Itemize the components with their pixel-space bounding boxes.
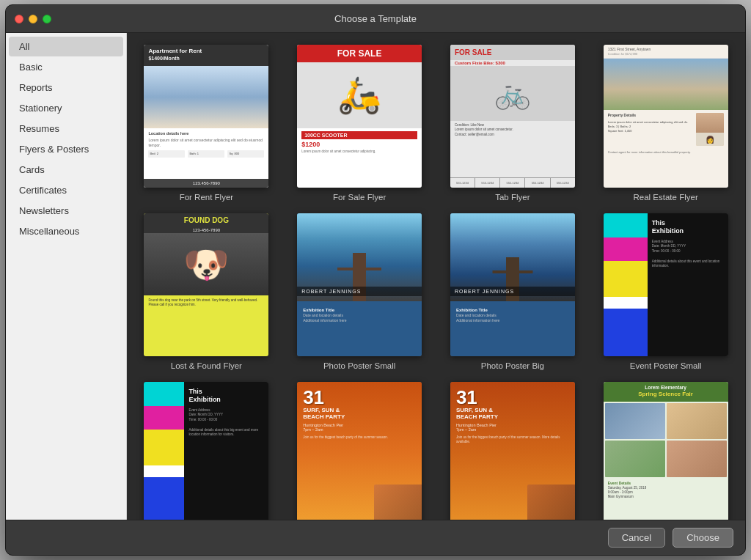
template-thumb-party-big: 31 SURF, SUN &BEACH PARTY Huntington Bea… — [450, 382, 575, 520]
template-label-event-small: Event Poster Small — [630, 361, 702, 370]
thumb-inner-school: Lorem Elementary Spring Science Fair — [604, 382, 728, 520]
template-event-poster-small[interactable]: ThisExhibition Event Address Date: Month… — [593, 213, 738, 370]
template-thumb-photo-big: ROBERT JENNINGS Exhibition Title Date an… — [450, 213, 575, 356]
template-event-poster-big[interactable]: ThisExhibition Event Address Date: Month… — [134, 382, 279, 520]
thumb-inner-tab: FOR SALE Custom Fixie Bike: $300 🚲 Condi… — [450, 45, 575, 188]
sidebar-item-miscellaneous[interactable]: Miscellaneous — [9, 221, 123, 241]
choose-button[interactable]: Choose — [673, 528, 733, 548]
template-label-photo-big: Photo Poster Big — [481, 361, 544, 370]
template-thumb-real-estate: 1321 First Street, Anytown Condition for… — [604, 45, 728, 188]
sidebar-item-resumes[interactable]: Resumes — [9, 119, 123, 139]
templates-grid: Apartment for Rent$1400/Month Location d… — [134, 45, 738, 520]
template-thumb-for-rent: Apartment for Rent$1400/Month Location d… — [144, 45, 268, 188]
sidebar-item-flyers-posters[interactable]: Flyers & Posters — [9, 139, 123, 159]
thumb-inner-ps: ROBERT JENNINGS Exhibition Title Date an… — [297, 213, 422, 356]
close-button[interactable] — [15, 15, 23, 23]
template-label-for-rent: For Rent Flyer — [180, 193, 234, 202]
dialog-footer: Cancel Choose — [6, 520, 745, 555]
minimize-button[interactable] — [29, 15, 37, 23]
dialog-title: Choose a Template — [334, 13, 417, 24]
templates-main-area: Apartment for Rent$1400/Month Location d… — [127, 33, 745, 520]
thumb-inner-es: ThisExhibition Event Address Date: Month… — [604, 213, 728, 356]
template-party-poster-big[interactable]: 31 SURF, SUN &BEACH PARTY Huntington Bea… — [441, 382, 585, 520]
template-label-photo-small: Photo Poster Small — [323, 361, 395, 370]
template-school-poster-small[interactable]: Lorem Elementary Spring Science Fair — [593, 382, 738, 520]
sidebar-item-newsletters[interactable]: Newsletters — [9, 201, 123, 221]
sidebar-item-stationery[interactable]: Stationery — [9, 98, 123, 118]
thumb-inner: Apartment for Rent$1400/Month Location d… — [144, 45, 268, 188]
window-controls — [15, 15, 51, 23]
sidebar-item-reports[interactable]: Reports — [9, 78, 123, 97]
template-label-real-estate: Real Estate Flyer — [634, 193, 698, 202]
titlebar: Choose a Template — [6, 5, 745, 33]
thumb-inner-re: 1321 First Street, Anytown Condition for… — [604, 45, 728, 188]
thumb-inner-sale: FOR SALE 🛵 100CC SCOOTER $1200 Lorem ips… — [297, 45, 422, 188]
template-thumb-event-big: ThisExhibition Event Address Date: Month… — [144, 382, 268, 520]
template-thumb-photo-small: ROBERT JENNINGS Exhibition Title Date an… — [297, 213, 422, 356]
template-thumb-for-sale: FOR SALE 🛵 100CC SCOOTER $1200 Lorem ips… — [297, 45, 422, 188]
template-label-for-sale: For Sale Flyer — [333, 193, 386, 202]
thumb-inner-ppb: 31 SURF, SUN &BEACH PARTY Huntington Bea… — [450, 382, 575, 520]
thumb-inner-pps: 31 SURF, SUN &BEACH PARTY Huntington Bea… — [297, 382, 422, 520]
template-photo-poster-big[interactable]: ROBERT JENNINGS Exhibition Title Date an… — [441, 213, 585, 370]
maximize-button[interactable] — [43, 15, 51, 23]
template-thumb-lost-found: FOUND DOG 123-456-7890 🐶 Found this dog … — [144, 213, 268, 356]
template-real-estate-flyer[interactable]: 1321 First Street, Anytown Condition for… — [593, 45, 738, 202]
template-thumb-tab-flyer: FOR SALE Custom Fixie Bike: $300 🚲 Condi… — [450, 45, 575, 188]
sidebar-item-cards[interactable]: Cards — [9, 160, 123, 180]
cancel-button[interactable]: Cancel — [608, 528, 665, 548]
template-for-sale-flyer[interactable]: FOR SALE 🛵 100CC SCOOTER $1200 Lorem ips… — [287, 45, 432, 202]
template-label-lost-found: Lost & Found Flyer — [171, 361, 242, 370]
template-lost-found-flyer[interactable]: FOUND DOG 123-456-7890 🐶 Found this dog … — [134, 213, 279, 370]
template-thumb-party-small: 31 SURF, SUN &BEACH PARTY Huntington Bea… — [297, 382, 422, 520]
sidebar-item-basic[interactable]: Basic — [9, 57, 123, 77]
dialog-content: All Basic Reports Stationery Resumes Fly… — [6, 33, 745, 520]
template-thumb-school-small: Lorem Elementary Spring Science Fair — [604, 382, 728, 520]
template-for-rent-flyer[interactable]: Apartment for Rent$1400/Month Location d… — [134, 45, 279, 202]
template-thumb-event-small: ThisExhibition Event Address Date: Month… — [604, 213, 728, 356]
sidebar: All Basic Reports Stationery Resumes Fly… — [6, 33, 127, 520]
sidebar-item-certificates[interactable]: Certificates — [9, 180, 123, 200]
template-chooser-dialog: Choose a Template All Basic Reports Stat… — [5, 4, 746, 556]
template-label-tab-flyer: Tab Flyer — [495, 193, 530, 202]
thumb-inner-pb: ROBERT JENNINGS Exhibition Title Date an… — [450, 213, 575, 356]
template-party-poster-small[interactable]: 31 SURF, SUN &BEACH PARTY Huntington Bea… — [287, 382, 432, 520]
template-photo-poster-small[interactable]: ROBERT JENNINGS Exhibition Title Date an… — [287, 213, 432, 370]
thumb-inner-lf: FOUND DOG 123-456-7890 🐶 Found this dog … — [144, 213, 268, 356]
thumb-inner-eb: ThisExhibition Event Address Date: Month… — [144, 382, 268, 520]
template-tab-flyer[interactable]: FOR SALE Custom Fixie Bike: $300 🚲 Condi… — [441, 45, 585, 202]
sidebar-item-all[interactable]: All — [9, 37, 123, 56]
